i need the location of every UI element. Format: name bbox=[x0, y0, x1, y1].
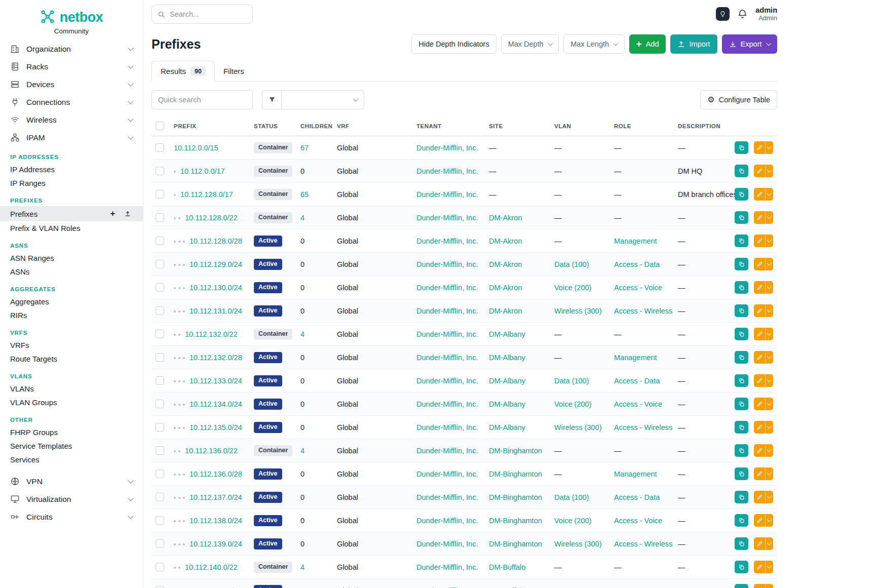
copy-button[interactable] bbox=[735, 421, 748, 434]
prefix-link[interactable]: 10.112.0.0/17 bbox=[180, 167, 225, 175]
sidebar-item-devices[interactable]: Devices bbox=[0, 75, 143, 93]
prefix-link[interactable]: 10.112.131.0/24 bbox=[189, 307, 242, 315]
prefix-link[interactable]: 10.112.132.0/28 bbox=[189, 354, 242, 362]
copy-button[interactable] bbox=[735, 188, 748, 201]
edit-button[interactable] bbox=[754, 258, 774, 270]
tenant-link[interactable]: Dunder-Mifflin, Inc. bbox=[416, 423, 478, 432]
theme-toggle-button[interactable] bbox=[716, 7, 730, 21]
site-link[interactable]: DM-Akron bbox=[489, 237, 522, 245]
edit-button[interactable] bbox=[754, 211, 774, 224]
role-link[interactable]: Access - Wireless bbox=[614, 307, 672, 315]
column-header-status[interactable]: STATUS bbox=[250, 116, 296, 136]
edit-dropdown-caret[interactable] bbox=[765, 165, 771, 177]
row-checkbox[interactable] bbox=[156, 283, 164, 292]
copy-button[interactable] bbox=[735, 165, 748, 177]
prefix-link[interactable]: 10.112.139.0/24 bbox=[189, 540, 242, 548]
filter-funnel-button[interactable] bbox=[262, 90, 282, 109]
site-link[interactable]: DM-Akron bbox=[489, 307, 522, 315]
row-checkbox[interactable] bbox=[156, 586, 164, 588]
prefix-link[interactable]: 10.112.140.0/22 bbox=[185, 563, 238, 571]
sidebar-item-prefixes[interactable]: Prefixes+ bbox=[0, 206, 143, 221]
edit-button[interactable] bbox=[754, 421, 774, 434]
tenant-link[interactable]: Dunder-Mifflin, Inc. bbox=[416, 563, 478, 571]
children-count-link[interactable]: 65 bbox=[300, 190, 309, 199]
sidebar-item-organization[interactable]: Organization bbox=[0, 40, 143, 58]
children-count-link[interactable]: 4 bbox=[300, 330, 304, 338]
children-count-link[interactable]: 4 bbox=[300, 447, 304, 455]
row-checkbox[interactable] bbox=[156, 563, 164, 571]
copy-button[interactable] bbox=[735, 351, 748, 364]
copy-button[interactable] bbox=[735, 141, 748, 154]
edit-dropdown-caret[interactable] bbox=[765, 514, 771, 527]
row-checkbox[interactable] bbox=[156, 143, 164, 152]
tenant-link[interactable]: Dunder-Mifflin, Inc. bbox=[416, 190, 478, 199]
column-header-prefix[interactable]: PREFIX bbox=[170, 116, 250, 136]
tenant-link[interactable]: Dunder-Mifflin, Inc. bbox=[416, 260, 478, 268]
role-link[interactable]: Access - Data bbox=[614, 377, 660, 385]
edit-button[interactable] bbox=[754, 491, 774, 503]
edit-button[interactable] bbox=[754, 537, 774, 550]
copy-button[interactable] bbox=[735, 304, 748, 317]
tenant-link[interactable]: Dunder-Mifflin, Inc. bbox=[416, 167, 478, 175]
max-depth-dropdown[interactable]: Max Depth bbox=[501, 34, 559, 54]
site-link[interactable]: DM-Binghamton bbox=[489, 447, 542, 455]
sidebar-item-connections[interactable]: Connections bbox=[0, 93, 143, 111]
edit-dropdown-caret[interactable] bbox=[765, 584, 771, 588]
vlan-link[interactable]: Data (100) bbox=[554, 260, 589, 268]
edit-dropdown-caret[interactable] bbox=[765, 258, 771, 270]
edit-button[interactable] bbox=[754, 141, 774, 154]
site-link[interactable]: DM-Albany bbox=[489, 354, 525, 362]
role-link[interactable]: Management bbox=[614, 354, 657, 362]
sidebar-item-ip-addresses[interactable]: IP Addresses bbox=[0, 163, 143, 176]
row-checkbox[interactable] bbox=[156, 237, 164, 245]
tenant-link[interactable]: Dunder-Mifflin, Inc. bbox=[416, 493, 478, 501]
site-link[interactable]: DM-Buffalo bbox=[489, 586, 525, 588]
sidebar-item-asn-ranges[interactable]: ASN Ranges bbox=[0, 251, 143, 265]
site-link[interactable]: DM-Albany bbox=[489, 377, 525, 385]
site-link[interactable]: DM-Binghamton bbox=[489, 470, 542, 478]
notifications-button[interactable] bbox=[737, 9, 748, 19]
edit-button[interactable] bbox=[754, 561, 774, 573]
copy-button[interactable] bbox=[735, 491, 748, 503]
edit-button[interactable] bbox=[754, 234, 774, 247]
user-menu[interactable]: admin Admin bbox=[755, 6, 777, 22]
copy-button[interactable] bbox=[735, 211, 748, 224]
sidebar-item-rirs[interactable]: RIRs bbox=[0, 308, 143, 322]
edit-button[interactable] bbox=[754, 467, 774, 480]
vlan-link[interactable]: Wireless (300) bbox=[554, 540, 601, 548]
row-checkbox[interactable] bbox=[156, 469, 164, 478]
prefix-link[interactable]: 10.112.128.0/28 bbox=[189, 237, 242, 245]
column-header-role[interactable]: ROLE bbox=[610, 116, 674, 136]
tenant-link[interactable]: Dunder-Mifflin, Inc. bbox=[416, 330, 478, 338]
global-search-input[interactable] bbox=[170, 10, 247, 18]
quick-search-input[interactable] bbox=[151, 90, 253, 109]
tenant-link[interactable]: Dunder-Mifflin, Inc. bbox=[416, 586, 478, 588]
copy-button[interactable] bbox=[735, 467, 748, 480]
prefix-link[interactable]: 10.112.134.0/24 bbox=[189, 400, 242, 408]
tab-results[interactable]: Results 90 bbox=[151, 61, 215, 82]
site-link[interactable]: DM-Binghamton bbox=[489, 517, 542, 525]
row-checkbox[interactable] bbox=[156, 167, 164, 175]
row-checkbox[interactable] bbox=[156, 190, 164, 199]
edit-dropdown-caret[interactable] bbox=[765, 491, 771, 503]
edit-dropdown-caret[interactable] bbox=[765, 328, 771, 340]
add-button[interactable]: +Add bbox=[629, 34, 666, 54]
sidebar-import-button[interactable] bbox=[122, 209, 133, 219]
export-button[interactable]: Export bbox=[722, 34, 777, 54]
row-checkbox[interactable] bbox=[156, 516, 164, 525]
site-link[interactable]: DM-Akron bbox=[489, 214, 522, 222]
hide-depth-indicators-button[interactable]: Hide Depth Indicators bbox=[411, 34, 496, 54]
role-link[interactable]: Access - Wireless bbox=[614, 540, 672, 548]
prefix-link[interactable]: 10.112.130.0/24 bbox=[189, 284, 242, 292]
vlan-link[interactable]: Wireless (300) bbox=[554, 423, 601, 432]
vlan-link[interactable]: Voice (200) bbox=[554, 284, 591, 292]
edit-button[interactable] bbox=[754, 398, 774, 410]
edit-dropdown-caret[interactable] bbox=[765, 398, 771, 410]
prefix-link[interactable]: 10.112.0.0/15 bbox=[174, 144, 218, 152]
sidebar-item-vlans[interactable]: VLANs bbox=[0, 382, 143, 396]
role-link[interactable]: Management bbox=[614, 470, 657, 478]
row-checkbox[interactable] bbox=[156, 400, 164, 408]
row-checkbox[interactable] bbox=[156, 306, 164, 315]
edit-button[interactable] bbox=[754, 374, 774, 387]
prefix-link[interactable]: 10.112.132.0/22 bbox=[185, 330, 238, 338]
